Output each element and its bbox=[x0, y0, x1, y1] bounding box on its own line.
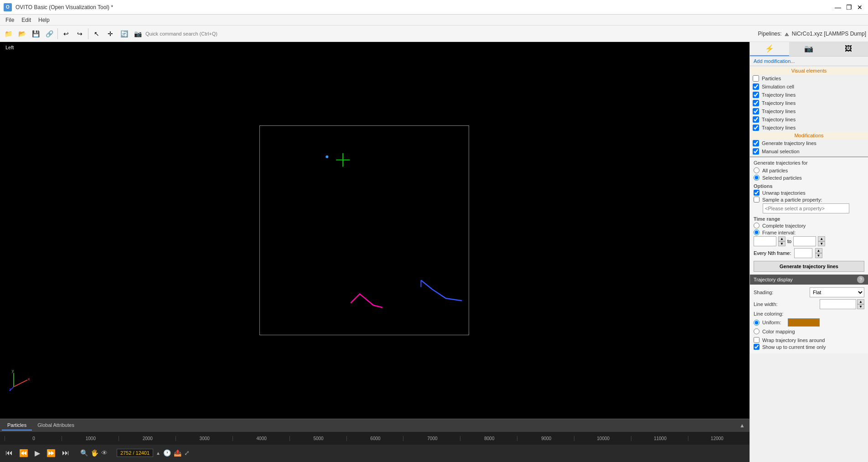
toolbar-rotate-icon[interactable]: 🔄 bbox=[118, 27, 130, 40]
mod-manual-sel-checkbox[interactable] bbox=[753, 148, 759, 155]
tab-pipeline-button[interactable]: ⚡ bbox=[750, 42, 789, 56]
generate-trajectory-lines-button[interactable]: Generate trajectory lines bbox=[754, 261, 864, 272]
radio-all-particles-input[interactable] bbox=[754, 167, 760, 173]
sample-property-input[interactable] bbox=[763, 203, 849, 213]
toolbar-save-icon[interactable]: 💾 bbox=[29, 27, 42, 40]
maximize-button[interactable]: ❐ bbox=[844, 3, 853, 12]
ve-traj-1[interactable]: Trajectory lines bbox=[750, 91, 868, 99]
frame-display[interactable]: 2752 / 12401 bbox=[117, 449, 153, 457]
toolbar-link-icon[interactable]: 🔗 bbox=[43, 27, 56, 40]
mod-manual-sel-label: Manual selection bbox=[762, 149, 800, 154]
viewport-area[interactable]: Left bbox=[0, 42, 749, 462]
toolbar-open-icon[interactable]: 📂 bbox=[16, 27, 28, 40]
ve-particles[interactable]: Particles bbox=[750, 74, 868, 83]
line-width-down[interactable]: ▼ bbox=[857, 304, 864, 309]
prev-frame-button[interactable]: ⏪ bbox=[17, 448, 30, 458]
toolbar-undo-button[interactable]: ↩ bbox=[60, 27, 72, 40]
expand-icon[interactable]: ⤢ bbox=[184, 449, 190, 457]
toolbar-pointer-icon[interactable]: ↖ bbox=[90, 27, 103, 40]
viewport-canvas[interactable]: x y z bbox=[0, 42, 749, 419]
wrap-checkbox[interactable] bbox=[754, 337, 760, 343]
minimize-button[interactable]: — bbox=[833, 3, 842, 12]
radio-all-particles[interactable]: All particles bbox=[754, 167, 864, 173]
radio-selected-particles-input[interactable] bbox=[754, 175, 760, 181]
line-width-up[interactable]: ▲ bbox=[857, 299, 864, 304]
add-modification-link[interactable]: Add modification... bbox=[750, 57, 868, 66]
frame-from-input[interactable]: 0 bbox=[754, 236, 776, 246]
toolbar-move-icon[interactable]: ✛ bbox=[104, 27, 117, 40]
search-input[interactable] bbox=[145, 28, 245, 39]
wrap-checkbox-item[interactable]: Wrap trajectory lines around bbox=[754, 337, 864, 343]
frame-to-up[interactable]: ▲ bbox=[818, 236, 825, 241]
radio-uniform[interactable]: Uniform: bbox=[754, 318, 864, 327]
radio-all-particles-label: All particles bbox=[762, 168, 788, 173]
panel-scrollable[interactable]: Add modification... Visual elements Part… bbox=[750, 57, 868, 462]
mod-gen-traj[interactable]: Generate trajectory lines bbox=[750, 139, 868, 147]
export-icon[interactable]: 📤 bbox=[174, 449, 181, 457]
frame-from-down[interactable]: ▼ bbox=[778, 241, 785, 246]
timeline-collapse-icon[interactable]: ▲ bbox=[737, 422, 748, 429]
zoom-icon[interactable]: 🔍 bbox=[80, 449, 88, 457]
ve-traj-2-checkbox[interactable] bbox=[753, 100, 759, 106]
tab-render-button[interactable]: 🖼 bbox=[829, 42, 868, 56]
color-swatch[interactable] bbox=[788, 318, 820, 327]
menu-edit[interactable]: Edit bbox=[18, 16, 35, 24]
radio-color-mapping-input[interactable] bbox=[754, 328, 760, 334]
go-start-button[interactable]: ⏮ bbox=[4, 448, 15, 458]
tab-camera-button[interactable]: 📷 bbox=[789, 42, 828, 56]
pan-icon[interactable]: 🖐 bbox=[91, 449, 98, 457]
toolbar-screenshot-icon[interactable]: 📷 bbox=[131, 27, 144, 40]
ruler-2000: 2000 bbox=[119, 436, 176, 441]
radio-complete-traj-input[interactable] bbox=[754, 223, 760, 228]
next-frame-button[interactable]: ⏩ bbox=[45, 448, 57, 458]
ve-traj-4-checkbox[interactable] bbox=[753, 116, 759, 123]
every-nth-input[interactable]: 1 bbox=[794, 248, 812, 258]
ve-traj-5[interactable]: Trajectory lines bbox=[750, 124, 868, 132]
unwrap-checkbox-item[interactable]: Unwrap trajectories bbox=[754, 190, 864, 196]
ve-traj-3[interactable]: Trajectory lines bbox=[750, 107, 868, 115]
frame-to-input[interactable]: 2000 bbox=[793, 236, 816, 246]
traj-display-header[interactable]: Trajectory display ? bbox=[750, 275, 868, 285]
unwrap-checkbox[interactable] bbox=[754, 190, 760, 196]
view-icon[interactable]: 👁 bbox=[101, 449, 108, 457]
sample-checkbox-item[interactable]: Sample a particle property: bbox=[754, 197, 864, 202]
ve-traj-3-checkbox[interactable] bbox=[753, 108, 759, 114]
nth-down[interactable]: ▼ bbox=[815, 253, 822, 258]
nth-up[interactable]: ▲ bbox=[815, 248, 822, 253]
frame-from-up[interactable]: ▲ bbox=[778, 236, 785, 241]
show-current-checkbox[interactable] bbox=[754, 344, 760, 350]
frame-spin-up[interactable]: ▲ bbox=[156, 451, 160, 456]
show-current-checkbox-item[interactable]: Show up to current time only bbox=[754, 344, 864, 350]
ve-traj-1-checkbox[interactable] bbox=[753, 92, 759, 98]
radio-frame-interval-input[interactable] bbox=[754, 229, 760, 235]
play-button[interactable]: ▶ bbox=[33, 448, 42, 458]
ve-particles-checkbox[interactable] bbox=[753, 75, 759, 82]
toolbar-folder-icon[interactable]: 📁 bbox=[2, 27, 15, 40]
ve-traj-2[interactable]: Trajectory lines bbox=[750, 99, 868, 107]
radio-uniform-input[interactable] bbox=[754, 320, 760, 326]
tab-global-attributes[interactable]: Global Attributes bbox=[32, 420, 80, 431]
menu-help[interactable]: Help bbox=[35, 16, 53, 24]
sample-checkbox[interactable] bbox=[754, 197, 760, 202]
traj-display-help-icon[interactable]: ? bbox=[857, 276, 864, 283]
toolbar-redo-button[interactable]: ↪ bbox=[73, 27, 86, 40]
clock-icon[interactable]: 🕐 bbox=[163, 449, 171, 457]
line-width-input[interactable]: 0.29 bbox=[820, 299, 856, 309]
close-button[interactable]: ✕ bbox=[855, 3, 864, 12]
go-end-button[interactable]: ⏭ bbox=[60, 448, 71, 458]
ve-sim-cell[interactable]: Simulation cell bbox=[750, 83, 868, 91]
frame-to-down[interactable]: ▼ bbox=[818, 241, 825, 246]
tab-particles[interactable]: Particles bbox=[2, 420, 32, 431]
radio-color-mapping[interactable]: Color mapping bbox=[754, 328, 864, 334]
radio-frame-interval[interactable]: Frame interval: bbox=[754, 229, 864, 235]
mod-manual-sel[interactable]: Manual selection bbox=[750, 147, 868, 156]
app-title: OVITO Basic (Open Visualization Tool) * bbox=[16, 4, 113, 10]
radio-complete-traj[interactable]: Complete trajectory bbox=[754, 223, 864, 228]
ve-traj-5-checkbox[interactable] bbox=[753, 125, 759, 131]
menu-file[interactable]: File bbox=[2, 16, 18, 24]
radio-selected-particles[interactable]: Selected particles bbox=[754, 175, 864, 181]
mod-gen-traj-checkbox[interactable] bbox=[753, 140, 759, 146]
ve-sim-cell-checkbox[interactable] bbox=[753, 83, 759, 90]
ve-traj-4[interactable]: Trajectory lines bbox=[750, 115, 868, 124]
shading-select[interactable]: Flat Smooth None bbox=[810, 287, 864, 297]
